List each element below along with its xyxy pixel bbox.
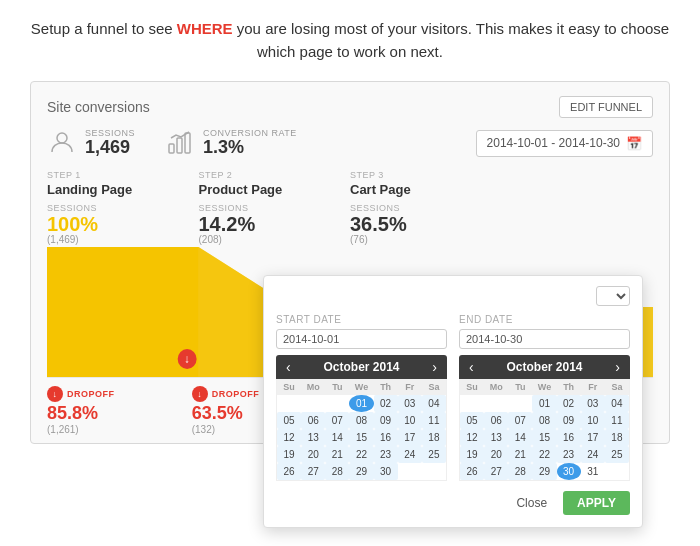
dp-day-14[interactable]: 12 [277,429,301,446]
dp-day-27[interactable]: 25 [605,446,629,463]
dp-day-11[interactable]: 09 [557,412,581,429]
dp-day-8[interactable]: 06 [484,412,508,429]
dp-day-10[interactable]: 08 [532,412,556,429]
dp-day-11[interactable]: 09 [374,412,398,429]
edit-funnel-button[interactable]: EDIT FUNNEL [559,96,653,118]
conversion-metric: CONVERSION RATE 1.3% [165,128,297,158]
dp-start-input[interactable] [276,329,447,349]
dp-day-25[interactable]: 23 [557,446,581,463]
dp-day-3[interactable]: 01 [349,395,373,412]
dp-day-10[interactable]: 08 [349,412,373,429]
conversion-value: 1.3% [203,138,297,158]
date-range-text: 2014-10-01 - 2014-10-30 [487,136,620,150]
dp-day-21[interactable]: 19 [277,446,301,463]
dp-day-4[interactable]: 02 [557,395,581,412]
sessions-row: SESSIONS 100% (1,469) SESSIONS 14.2% (20… [47,203,653,245]
dp-day-9[interactable]: 07 [325,412,349,429]
dp-day-22[interactable]: 20 [484,446,508,463]
dp-day-15[interactable]: 13 [484,429,508,446]
dp-day-13[interactable]: 11 [422,412,446,429]
dp-day-0 [460,395,484,412]
step-name-2: Product Page [199,182,343,197]
dp-wday-we-r: We [532,379,556,395]
dp-left-prev-button[interactable]: ‹ [284,359,293,375]
dp-day-12[interactable]: 10 [581,412,605,429]
dp-day-18[interactable]: 16 [374,429,398,446]
step-col-1: STEP 1 Landing Page [47,170,199,197]
dp-day-28[interactable]: 26 [460,463,484,480]
dp-day-19[interactable]: 17 [581,429,605,446]
card-title: Site conversions [47,99,150,115]
dp-day-14[interactable]: 12 [460,429,484,446]
dp-day-13[interactable]: 11 [605,412,629,429]
card-header: Site conversions EDIT FUNNEL [47,96,653,118]
sessions-pct-1: 100% [47,214,191,234]
dp-day-26[interactable]: 24 [398,446,422,463]
dp-apply-button[interactable]: APPLY [563,491,630,515]
dp-day-9[interactable]: 07 [508,412,532,429]
step-name-1: Landing Page [47,182,191,197]
dp-wday-sa-l: Sa [422,379,446,395]
dp-day-25[interactable]: 23 [374,446,398,463]
dp-day-17[interactable]: 15 [349,429,373,446]
dp-day-24[interactable]: 22 [532,446,556,463]
sessions-metric-text: SESSIONS 1,469 [85,128,135,158]
dp-day-6[interactable]: 04 [605,395,629,412]
dp-day-16[interactable]: 14 [508,429,532,446]
dp-day-16[interactable]: 14 [325,429,349,446]
dp-day-27[interactable]: 25 [422,446,446,463]
dp-day-23[interactable]: 21 [325,446,349,463]
date-range-display[interactable]: 2014-10-01 - 2014-10-30 📅 [476,130,653,157]
dropoff-text-1: DROPOFF [67,389,115,399]
step-col-4 [502,170,654,197]
svg-rect-3 [185,133,190,153]
step-name-3: Cart Page [350,182,494,197]
dp-day-33[interactable]: 31 [581,463,605,480]
dp-day-12[interactable]: 10 [398,412,422,429]
dp-close-button[interactable]: Close [508,492,555,514]
dp-wday-th-r: Th [557,379,581,395]
dp-day-31[interactable]: 29 [349,463,373,480]
dp-day-6[interactable]: 04 [422,395,446,412]
headline-highlight: WHERE [177,20,233,37]
site-conversions-card: Site conversions EDIT FUNNEL SESSIONS 1,… [30,81,670,444]
dp-day-32[interactable]: 30 [557,463,581,480]
dp-day-30[interactable]: 28 [508,463,532,480]
dp-day-8[interactable]: 06 [301,412,325,429]
dp-day-18[interactable]: 16 [557,429,581,446]
dp-day-24[interactable]: 22 [349,446,373,463]
dp-day-20[interactable]: 18 [605,429,629,446]
dp-day-20[interactable]: 18 [422,429,446,446]
dp-right-weekdays: Su Mo Tu We Th Fr Sa [460,379,629,395]
dp-day-19[interactable]: 17 [398,429,422,446]
dp-day-7[interactable]: 05 [277,412,301,429]
svg-marker-5 [47,247,199,377]
dp-day-3[interactable]: 01 [532,395,556,412]
sessions-count-1: (1,469) [47,234,191,245]
dp-day-23[interactable]: 21 [508,446,532,463]
dp-right-prev-button[interactable]: ‹ [467,359,476,375]
dp-day-15[interactable]: 13 [301,429,325,446]
dp-day-0 [277,395,301,412]
dp-day-22[interactable]: 20 [301,446,325,463]
dp-day-21[interactable]: 19 [460,446,484,463]
sessions-icon [47,128,77,158]
dropoff-label-1: ↓ DROPOFF [47,386,184,402]
dp-day-29[interactable]: 27 [301,463,325,480]
dp-day-32[interactable]: 30 [374,463,398,480]
dp-day-5[interactable]: 03 [581,395,605,412]
dp-day-31[interactable]: 29 [532,463,556,480]
dp-day-17[interactable]: 15 [532,429,556,446]
dp-day-5[interactable]: 03 [398,395,422,412]
dp-day-29[interactable]: 27 [484,463,508,480]
dp-day-30[interactable]: 28 [325,463,349,480]
dp-end-input[interactable] [459,329,630,349]
dp-daterange-select[interactable] [596,286,630,306]
dropoff-col-1: ↓ DROPOFF 85.8% (1,261) [47,386,192,435]
dp-day-26[interactable]: 24 [581,446,605,463]
dp-day-28[interactable]: 26 [277,463,301,480]
dp-right-next-button[interactable]: › [613,359,622,375]
dp-left-next-button[interactable]: › [430,359,439,375]
dp-day-4[interactable]: 02 [374,395,398,412]
dp-day-7[interactable]: 05 [460,412,484,429]
